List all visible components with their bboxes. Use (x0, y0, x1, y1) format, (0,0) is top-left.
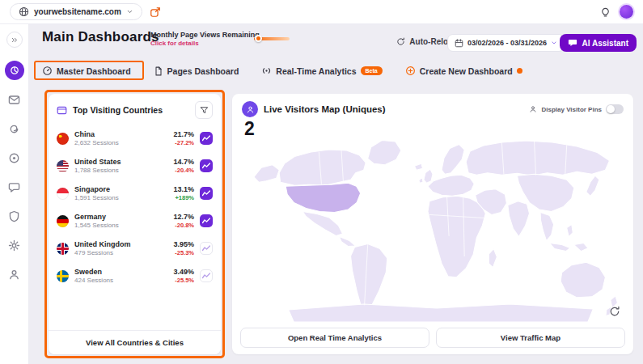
map-footer: Open Real Time Analytics View Traffic Ma… (240, 328, 625, 348)
sparkline-icon (200, 132, 213, 145)
country-sessions: 2,632 Sessions (74, 139, 119, 146)
sidebar-item-behavior[interactable] (5, 119, 24, 138)
collapse-sidebar-button[interactable] (6, 32, 23, 48)
country-percent: 14.7% (173, 158, 194, 166)
spiral-icon (8, 123, 20, 135)
display-pins-toggle[interactable] (606, 104, 624, 114)
sidebar-item-settings[interactable] (5, 235, 24, 255)
map-refresh-button[interactable] (606, 303, 624, 320)
country-percent: 13.1% (173, 185, 194, 193)
countries-panel-header: Top Visiting Countries (49, 94, 221, 125)
country-row[interactable]: United Kingdom479 Sessions 3.95%-25.3% (49, 235, 221, 262)
tips-button[interactable] (600, 6, 611, 17)
country-sessions: 1,545 Sessions (74, 222, 119, 229)
country-percent: 3.49% (173, 268, 194, 276)
date-range-picker[interactable]: 03/02/2026 - 03/31/2026 (447, 34, 565, 52)
map-panel-title: Live Visitors Map (Uniques) (264, 104, 386, 114)
country-trend: +189% (175, 194, 194, 201)
shield-icon (8, 210, 20, 222)
country-name: United Kingdom (74, 240, 131, 248)
country-sessions: 1,591 Sessions (74, 194, 119, 201)
monthly-views-widget: Monthly Page Views Remaining Click for d… (150, 31, 260, 48)
calendar-icon (455, 39, 463, 48)
chat-bubble-icon (8, 181, 20, 193)
sparkline-icon (200, 187, 213, 200)
external-link-icon (150, 6, 161, 18)
sparkline-icon (200, 159, 213, 172)
sidebar-item-feedback[interactable] (5, 177, 24, 197)
country-row[interactable]: Germany1,545 Sessions 12.7%-20.8% (49, 207, 221, 235)
country-name: United States (74, 158, 121, 166)
country-trend: -20.4% (175, 167, 194, 174)
country-flag (57, 133, 69, 145)
display-pins-control: Display Visitor Pins (529, 104, 624, 114)
page-title: Main Dashboards (42, 29, 159, 45)
country-percent: 3.95% (173, 240, 194, 248)
world-map[interactable] (242, 131, 624, 328)
country-flag (57, 270, 69, 282)
top-nav: yourwebsitename.com (0, 0, 643, 24)
chevron-down-icon (126, 8, 133, 15)
double-chevron-icon (10, 36, 19, 44)
country-name: Sweden (74, 268, 113, 276)
site-selector[interactable]: yourwebsitename.com (10, 3, 142, 20)
funnel-icon (200, 106, 209, 115)
ai-assistant-button[interactable]: AI Assistant (560, 34, 637, 52)
tab-label: Real-Time Analytics (276, 66, 356, 76)
dashboard-icon (9, 65, 20, 76)
sparkline-icon (200, 269, 213, 282)
sparkline-icon (200, 242, 213, 255)
country-row[interactable]: Sweden424 Sessions 3.49%-25.5% (49, 262, 221, 290)
tab-label: Create New Dashboard (420, 66, 513, 76)
tab-label: Pages Dashboard (167, 66, 239, 76)
country-name: China (74, 130, 119, 138)
country-trend: -20.8% (175, 222, 194, 229)
tab-realtime-analytics[interactable]: Real-Time Analytics Beta (261, 66, 382, 76)
monthly-views-details-link[interactable]: Click for details (150, 40, 260, 48)
view-traffic-map-button[interactable]: View Traffic Map (436, 328, 625, 348)
open-realtime-analytics-button[interactable]: Open Real Time Analytics (240, 328, 429, 348)
sparkline-icon (200, 214, 213, 227)
header-right (600, 5, 633, 19)
country-row[interactable]: Singapore1,591 Sessions 13.1%+189% (49, 180, 221, 207)
gear-icon (8, 239, 20, 252)
country-trend: -25.5% (175, 277, 194, 284)
toggle-knob (607, 105, 615, 113)
country-trend: -25.3% (175, 249, 194, 256)
mail-icon (8, 94, 20, 106)
sidebar-item-dashboards[interactable] (5, 61, 24, 80)
target-icon (8, 152, 20, 164)
country-flag (57, 160, 69, 172)
dashboard-tabs: Master Dashboard Pages Dashboard Real-Ti… (42, 66, 522, 76)
monthly-views-label: Monthly Page Views Remaining (150, 31, 260, 40)
gauge-icon (42, 66, 53, 76)
refresh-icon (609, 306, 620, 317)
open-website-button[interactable] (150, 6, 161, 18)
filter-button[interactable] (195, 101, 213, 119)
user-icon (529, 105, 537, 113)
country-flag (57, 243, 69, 255)
monthly-views-progress[interactable] (254, 37, 290, 40)
sidebar-item-privacy[interactable] (5, 206, 24, 226)
tab-master-dashboard[interactable]: Master Dashboard (42, 66, 131, 76)
file-icon (154, 66, 163, 76)
ai-assistant-label: AI Assistant (582, 39, 628, 48)
sidebar-item-campaigns[interactable] (5, 148, 24, 167)
country-row[interactable]: China2,632 Sessions 21.7%-27.2% (49, 125, 221, 152)
card-icon (57, 105, 67, 116)
top-visiting-countries-panel: Top Visiting Countries China2,632 Sessio… (49, 94, 221, 354)
tab-pages-dashboard[interactable]: Pages Dashboard (154, 66, 239, 76)
site-name: yourwebsitename.com (34, 7, 121, 16)
globe-icon (19, 6, 29, 17)
sidebar-item-account[interactable] (5, 265, 24, 284)
country-sessions: 424 Sessions (74, 277, 113, 284)
tab-create-new-dashboard[interactable]: Create New Dashboard (405, 66, 522, 76)
lightbulb-icon (600, 6, 611, 17)
sidebar-item-mail[interactable] (5, 90, 24, 109)
avatar[interactable] (620, 5, 633, 19)
country-row[interactable]: United States1,788 Sessions 14.7%-20.4% (49, 152, 221, 180)
progress-knob[interactable] (255, 35, 262, 42)
plus-circle-icon (405, 66, 416, 76)
broadcast-icon (261, 66, 272, 76)
view-all-countries-button[interactable]: View All Countries & Cities (49, 330, 221, 354)
